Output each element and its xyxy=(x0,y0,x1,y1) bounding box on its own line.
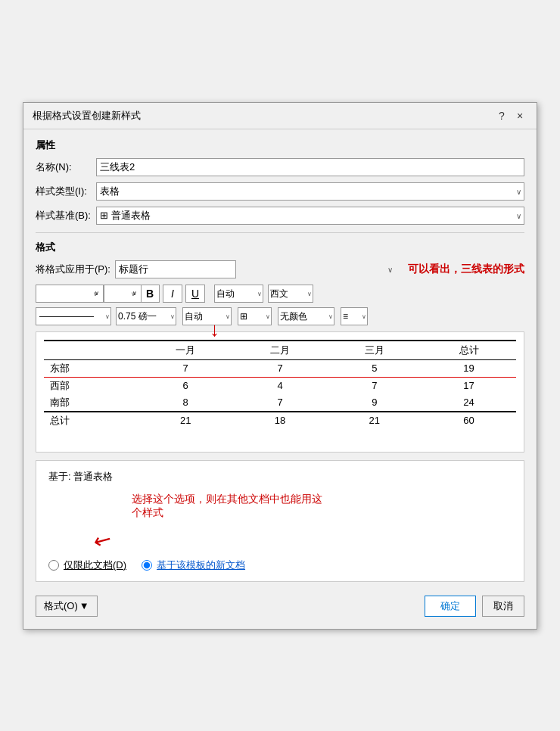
layout-select[interactable]: ≡ xyxy=(341,307,368,325)
row-mar-1: 7 xyxy=(327,377,422,394)
row-jan-1: 6 xyxy=(138,377,233,394)
row-total-0: 19 xyxy=(422,359,516,377)
radio-new-doc[interactable] xyxy=(142,560,152,571)
format-button[interactable]: 格式(O) ▼ xyxy=(36,596,98,617)
radio-row: 仅限此文档(D) 基于该模板的新文档 xyxy=(48,558,512,572)
properties-section-label: 属性 xyxy=(36,138,524,152)
row-feb-3: 18 xyxy=(233,412,328,429)
radio-option-1[interactable]: 仅限此文档(D) xyxy=(48,558,126,572)
table-row: 总计 21 18 21 60 xyxy=(44,412,516,429)
footer-buttons: 格式(O) ▼ 确定 取消 xyxy=(36,589,524,620)
bold-button[interactable]: B xyxy=(140,285,160,303)
name-input[interactable] xyxy=(96,158,524,176)
style-type-select[interactable]: 表格 xyxy=(96,182,524,201)
cancel-button[interactable]: 取消 xyxy=(482,596,524,617)
ok-button[interactable]: 确定 xyxy=(425,596,476,617)
row-feb-1: 4 xyxy=(233,377,328,394)
row-jan-3: 21 xyxy=(138,412,233,429)
bottom-annotation: 选择这个选项，则在其他文档中也能用这个样式 xyxy=(132,493,328,520)
header-col-0 xyxy=(44,341,138,360)
row-total-3: 60 xyxy=(422,412,516,429)
row-label-2: 南部 xyxy=(44,394,138,412)
format-button-label: 格式(O) xyxy=(44,599,78,613)
toolbar-row-2: —————— 0.75 磅一 自动 ⊞ 无颜色 xyxy=(36,307,524,325)
dialog-body: 属性 名称(N): 样式类型(I): 表格 样式基准(B): ⊞ 普通表格 格式 xyxy=(23,129,537,629)
annotation-wrapper: 选择这个选项，则在其他文档中也能用这个样式 ↙ xyxy=(48,493,512,552)
preview-table: 一月 二月 三月 总计 东部 7 7 5 19 xyxy=(44,340,516,429)
annotation-arrow: ↙ xyxy=(89,524,116,555)
row-feb-0: 7 xyxy=(233,359,328,377)
row-mar-2: 9 xyxy=(327,394,422,412)
radio-this-doc[interactable] xyxy=(48,560,59,571)
font-family-arrow: ∨ xyxy=(95,290,99,297)
header-col-3: 三月 xyxy=(327,341,422,360)
arrow-row: ↙ xyxy=(48,527,512,552)
divider1 xyxy=(36,232,524,233)
line-style-select[interactable]: —————— xyxy=(36,307,111,325)
apply-select[interactable]: 标题行 xyxy=(115,260,236,278)
title-bar: 根据格式设置创建新样式 ? × xyxy=(23,103,537,129)
annotation-row: 选择这个选项，则在其他文档中也能用这个样式 xyxy=(48,493,512,520)
table-row: 南部 8 7 9 24 xyxy=(44,394,516,412)
based-on-text: 基于: 普通表格 xyxy=(48,470,512,484)
dialog-title: 根据格式设置创建新样式 xyxy=(33,109,141,123)
row-label-1: 西部 xyxy=(44,377,138,394)
dialog: 根据格式设置创建新样式 ? × 属性 名称(N): 样式类型(I): 表格 样式… xyxy=(23,102,537,630)
line-width-select[interactable]: 0.75 磅一 xyxy=(116,307,176,325)
help-button[interactable]: ? xyxy=(494,110,509,122)
preview-area: 一月 二月 三月 总计 东部 7 7 5 19 xyxy=(36,331,524,453)
style-base-label: 样式基准(B): xyxy=(36,209,96,222)
row-feb-2: 7 xyxy=(233,394,328,412)
format-section-label: 格式 xyxy=(36,241,524,254)
style-base-row: 样式基准(B): ⊞ 普通表格 xyxy=(36,207,524,225)
header-col-4: 总计 xyxy=(422,341,516,360)
underline-button[interactable]: U xyxy=(185,285,205,303)
name-row: 名称(N): xyxy=(36,158,524,176)
font-family-select[interactable] xyxy=(36,285,104,303)
style-type-label: 样式类型(I): xyxy=(36,185,96,198)
font-size-arrow: ∨ xyxy=(132,290,137,297)
border-type-select[interactable]: ⊞ xyxy=(238,307,272,325)
border-color-select[interactable]: 自动 xyxy=(182,307,232,325)
row-mar-3: 21 xyxy=(327,412,422,429)
bottom-section: 基于: 普通表格 选择这个选项，则在其他文档中也能用这个样式 ↙ 仅限此文档(D… xyxy=(36,460,524,582)
header-col-1: 一月 xyxy=(138,341,233,360)
title-bar-controls: ? × xyxy=(494,110,527,122)
footer-left: 格式(O) ▼ xyxy=(36,596,98,617)
row-label-0: 东部 xyxy=(44,359,138,377)
footer-right: 确定 取消 xyxy=(425,596,524,617)
annotation-apply: 可以看出，三线表的形式 xyxy=(408,263,524,276)
header-col-2: 二月 xyxy=(233,341,328,360)
close-button[interactable]: × xyxy=(512,110,527,122)
apply-label: 将格式应用于(P): xyxy=(36,263,115,276)
preview-wrapper: ↓ 一月 二月 三月 总计 东部 7 xyxy=(36,331,524,453)
row-total-1: 17 xyxy=(422,377,516,394)
style-base-select[interactable]: ⊞ 普通表格 xyxy=(96,207,524,225)
style-type-row: 样式类型(I): 表格 xyxy=(36,182,524,201)
row-mar-0: 5 xyxy=(327,359,422,377)
apply-row: 将格式应用于(P): 标题行 可以看出，三线表的形式 xyxy=(36,260,524,278)
table-row: 西部 6 4 7 17 xyxy=(44,377,516,394)
toolbar-row-1: ∨ ∨ B I U 自动 西文 xyxy=(36,285,524,303)
radio-label-1: 仅限此文档(D) xyxy=(64,558,126,572)
fill-color-select[interactable]: 无颜色 xyxy=(278,307,334,325)
table-header-row: 一月 二月 三月 总计 xyxy=(44,341,516,360)
name-label: 名称(N): xyxy=(36,160,96,174)
table-row: 东部 7 7 5 19 xyxy=(44,359,516,377)
row-jan-2: 8 xyxy=(138,394,233,412)
radio-label-2: 基于该模板的新文档 xyxy=(157,558,245,572)
italic-button[interactable]: I xyxy=(163,285,182,303)
format-button-arrow: ▼ xyxy=(79,600,89,611)
font-color-select[interactable]: 自动 xyxy=(214,285,263,303)
row-jan-0: 7 xyxy=(138,359,233,377)
lang-select[interactable]: 西文 xyxy=(268,285,313,303)
radio-option-2[interactable]: 基于该模板的新文档 xyxy=(142,558,245,572)
row-label-3: 总计 xyxy=(44,412,138,429)
row-total-2: 24 xyxy=(422,394,516,412)
